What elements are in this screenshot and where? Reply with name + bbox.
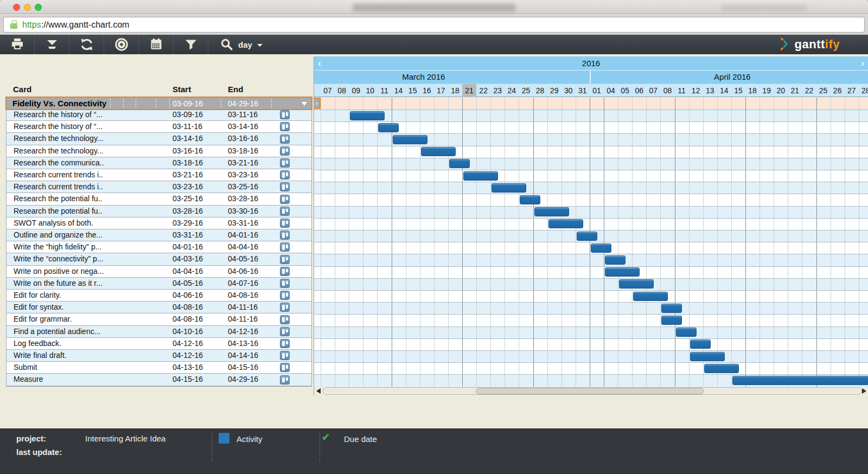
task-row[interactable]: Research the technology...03-14-1603-16-… [7, 133, 311, 145]
trello-card-icon[interactable] [280, 291, 290, 300]
task-row[interactable]: Log feedback.04-12-1604-13-16 [7, 338, 311, 350]
task-row[interactable]: Research the potential fu..03-25-1603-28… [7, 193, 311, 205]
calendar-button[interactable] [139, 35, 174, 54]
task-row[interactable]: SWOT analysis of both.03-29-1603-31-16 [7, 217, 311, 229]
record-button[interactable] [104, 35, 139, 54]
trello-card-icon[interactable] [280, 267, 290, 276]
trello-card-icon[interactable] [280, 110, 290, 119]
trello-card-icon[interactable] [280, 375, 290, 385]
zoom-window-button[interactable] [35, 4, 42, 11]
trello-card-icon[interactable] [280, 207, 290, 216]
task-row[interactable]: Research the technology...03-16-1603-18-… [7, 145, 311, 157]
close-window-button[interactable] [13, 4, 20, 11]
gantt-bar[interactable] [520, 195, 540, 204]
trello-card-icon[interactable] [280, 315, 290, 324]
scrollbar-right-arrow[interactable] [862, 388, 866, 394]
project-row[interactable]: Fidelity Vs. Connectivity 03-09-16 04-29… [5, 97, 312, 110]
task-row[interactable]: Find a potential audienc...04-10-1604-12… [7, 326, 311, 338]
project-start-date: 03-09-16 [173, 99, 203, 108]
task-row[interactable]: Edit for grammar.04-08-1604-11-16 [7, 313, 311, 325]
task-row[interactable]: Research current trends i..03-23-1603-25… [7, 181, 311, 193]
trello-card-icon[interactable] [280, 327, 290, 336]
scroll-left-arrow[interactable]: ‹ [318, 57, 321, 69]
timeline-day-cell: 16 [420, 84, 434, 97]
trello-card-icon[interactable] [280, 339, 290, 348]
task-row[interactable]: Write the “connectivity” p...04-03-1604-… [7, 253, 311, 265]
gantt-bar[interactable] [577, 232, 597, 241]
trello-card-icon[interactable] [280, 195, 290, 204]
task-row[interactable]: Edit for syntax.04-08-1604-11-16 [7, 302, 311, 313]
gantt-bar[interactable] [690, 340, 711, 349]
task-row[interactable]: Research the communica..03-18-1603-21-16 [7, 157, 311, 169]
gantt-bar[interactable] [661, 304, 682, 313]
task-row[interactable]: Write the “high fidelity” p...04-01-1604… [7, 241, 311, 253]
trello-card-icon[interactable] [280, 363, 290, 372]
gantt-bar[interactable] [492, 183, 526, 193]
trello-card-icon[interactable] [280, 146, 290, 156]
trello-card-icon[interactable] [280, 158, 290, 168]
trello-card-icon[interactable] [280, 182, 290, 191]
task-row[interactable]: Submit04-13-1604-15-16 [7, 362, 311, 374]
gantt-bar[interactable] [676, 328, 697, 337]
trello-card-icon[interactable] [280, 170, 290, 180]
trello-card-icon[interactable] [280, 230, 290, 240]
trello-card-icon[interactable] [280, 279, 290, 288]
trello-card-icon[interactable] [280, 122, 290, 131]
task-row[interactable]: Write on the future as it r...04-05-1604… [7, 278, 311, 290]
search-icon [220, 38, 233, 51]
trello-card-icon[interactable] [280, 351, 290, 360]
chevron-down-icon[interactable] [302, 102, 307, 106]
task-row[interactable]: Research current trends i..03-21-1603-23… [7, 169, 311, 181]
gantt-bar[interactable] [421, 147, 456, 156]
legend-due-date-label: Due date [344, 434, 377, 444]
gantt-bar[interactable] [661, 316, 682, 325]
timeline-day-cell: 11 [377, 84, 391, 97]
gantt-bar[interactable] [591, 244, 611, 253]
trello-card-icon[interactable] [280, 303, 290, 312]
task-row[interactable]: Write final draft.04-12-1604-14-16 [7, 350, 311, 362]
export-button[interactable] [35, 35, 69, 54]
gantt-bar[interactable] [378, 123, 399, 132]
gantt-bar[interactable] [449, 159, 470, 168]
gantt-bar[interactable] [548, 219, 583, 228]
scrollbar-track[interactable] [323, 387, 862, 395]
refresh-button[interactable] [69, 35, 104, 54]
gantt-bar[interactable] [619, 279, 654, 289]
scrollbar-left-arrow[interactable] [316, 388, 321, 394]
task-row[interactable]: Research the history of “...03-11-1603-1… [7, 121, 311, 133]
chart-row-stripe [314, 338, 868, 350]
task-row[interactable]: Edit for clarity.04-06-1604-08-16 [7, 290, 311, 302]
minimize-window-button[interactable] [24, 4, 31, 11]
task-row[interactable]: Measure04-15-1604-29-16 [7, 374, 311, 386]
scrollbar-thumb[interactable] [476, 388, 704, 394]
gantt-bar[interactable] [463, 171, 498, 181]
zoom-level-dropdown[interactable]: day [208, 35, 263, 54]
task-row[interactable]: Outline and organize the...03-31-1604-01… [7, 229, 311, 241]
print-button[interactable] [0, 35, 35, 54]
scroll-right-arrow[interactable]: › [861, 57, 864, 69]
gantt-bar[interactable] [704, 364, 739, 373]
trello-card-icon[interactable] [280, 255, 290, 264]
project-row-chart-handle[interactable]: › [314, 98, 321, 109]
chevron-down-icon [257, 44, 263, 47]
task-row[interactable]: Research the history of “...03-09-1603-1… [7, 109, 311, 121]
gantt-bar[interactable] [633, 292, 668, 301]
gantt-bar[interactable] [690, 352, 725, 361]
task-name: Edit for syntax. [14, 303, 64, 311]
address-field[interactable]: https://www.gantt-chart.com [3, 17, 865, 33]
timeline-day-cell: 28 [533, 84, 547, 97]
task-start-date: 03-25-16 [173, 194, 203, 203]
gantt-bar[interactable] [732, 376, 868, 385]
trello-card-icon[interactable] [280, 134, 290, 144]
gantt-bar[interactable] [605, 255, 626, 265]
task-row[interactable]: Write on positive or nega...04-04-1604-0… [7, 266, 311, 278]
chart-row-stripe [314, 194, 868, 206]
gantt-bar[interactable] [350, 111, 385, 120]
gantt-bar[interactable] [605, 267, 640, 277]
trello-card-icon[interactable] [280, 219, 290, 228]
filter-button[interactable] [174, 35, 208, 54]
gantt-bar[interactable] [393, 135, 427, 144]
gantt-bar[interactable] [534, 207, 569, 216]
trello-card-icon[interactable] [280, 242, 290, 252]
task-row[interactable]: Research the potential fu..03-28-1603-30… [7, 206, 311, 217]
